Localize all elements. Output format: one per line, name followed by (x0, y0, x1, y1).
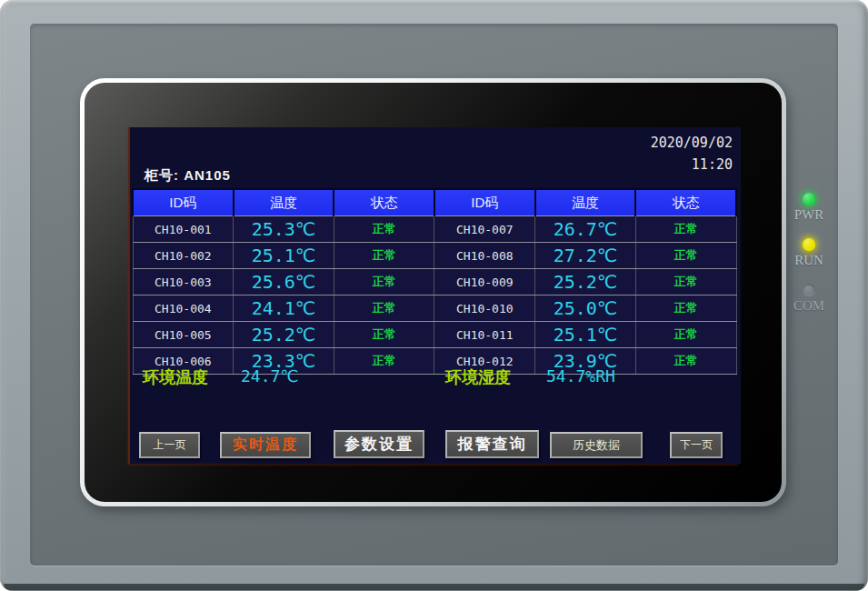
device-bottom-edge (4, 584, 864, 590)
temperature-value: 25.0℃ (535, 296, 636, 322)
pwr-led-label: PWR (782, 207, 836, 223)
column-header-status: 状态 (635, 189, 736, 216)
nav-button-history-data[interactable]: 历史数据 (550, 432, 643, 458)
temperature-value: 27.2℃ (535, 243, 636, 269)
screen-glass: 2020/09/02 11:20 柜号: AN105 ID码温度状态ID码温度状… (85, 83, 782, 502)
status-value: 正常 (334, 296, 434, 322)
date-text: 2020/09/02 (651, 132, 733, 154)
lcd-display: 2020/09/02 11:20 柜号: AN105 ID码温度状态ID码温度状… (130, 127, 741, 464)
time-text: 11:20 (651, 154, 733, 175)
temperature-value: 25.1℃ (234, 243, 334, 269)
table-row: CH10-00525.2℃正常CH10-01125.1℃正常 (133, 322, 736, 348)
pwr-led-light (803, 193, 815, 205)
channel-id: CH10-008 (434, 243, 535, 269)
status-value: 正常 (635, 243, 736, 269)
run-led-label: RUN (782, 253, 836, 268)
channel-id: CH10-009 (434, 269, 535, 296)
column-header-id: ID码 (434, 189, 535, 216)
channel-id: CH10-005 (133, 322, 234, 348)
nav-button-row: 上一页实时温度参数设置报警查询历史数据下一页 (130, 430, 741, 461)
table-row: CH10-00325.6℃正常CH10-00925.2℃正常 (133, 269, 736, 296)
channel-id: CH10-002 (133, 243, 234, 269)
nav-button-alarm-query[interactable]: 报警查询 (445, 430, 539, 458)
panel-face: 2020/09/02 11:20 柜号: AN105 ID码温度状态ID码温度状… (30, 24, 838, 566)
column-header-id: ID码 (133, 189, 234, 216)
channel-id: CH10-007 (434, 216, 535, 243)
ambient-humidity-label: 环境湿度 (445, 366, 511, 388)
nav-button-prev-page[interactable]: 上一页 (139, 432, 200, 458)
status-value: 正常 (334, 269, 434, 296)
temperature-value: 25.6℃ (234, 269, 334, 296)
led-unit-com: COM (782, 284, 836, 329)
status-value: 正常 (635, 216, 736, 243)
status-value: 正常 (334, 216, 434, 243)
ambient-temp-label: 环境温度 (143, 366, 208, 388)
table-header-row: ID码温度状态ID码温度状态 (133, 189, 736, 216)
channel-id: CH10-001 (133, 216, 234, 243)
temperature-value: 24.1℃ (234, 296, 334, 322)
table-row: CH10-00225.1℃正常CH10-00827.2℃正常 (133, 243, 736, 269)
status-value: 正常 (334, 243, 434, 269)
cabinet-label: 柜号: AN105 (145, 167, 231, 185)
status-value: 正常 (635, 269, 736, 296)
led-indicator-strip: PWRRUNCOM (782, 193, 836, 329)
temperature-value: 26.7℃ (535, 216, 636, 243)
com-led-light (803, 284, 815, 296)
temperature-value: 25.1℃ (535, 322, 636, 348)
ambient-temp-value: 24.7℃ (241, 366, 299, 386)
nav-button-param-settings[interactable]: 参数设置 (334, 430, 424, 458)
temperature-value: 25.2℃ (535, 269, 636, 296)
led-unit-run: RUN (782, 238, 836, 284)
hmi-panel-device: 2020/09/02 11:20 柜号: AN105 ID码温度状态ID码温度状… (0, 0, 868, 591)
led-unit-pwr: PWR (782, 193, 836, 238)
column-header-temp: 温度 (234, 189, 334, 216)
temperature-value: 25.2℃ (234, 322, 334, 348)
screen-bezel: 2020/09/02 11:20 柜号: AN105 ID码温度状态ID码温度状… (80, 78, 786, 506)
column-header-status: 状态 (334, 189, 434, 216)
ambient-humidity-value: 54.7%RH (546, 366, 615, 386)
table-row: CH10-00424.1℃正常CH10-01025.0℃正常 (133, 296, 736, 322)
status-value: 正常 (635, 296, 736, 322)
nav-button-realtime-temp[interactable]: 实时温度 (220, 432, 311, 458)
temperature-table: ID码温度状态ID码温度状态 CH10-00125.3℃正常CH10-00726… (132, 188, 737, 375)
column-header-temp: 温度 (535, 189, 636, 216)
temperature-value: 25.3℃ (234, 216, 334, 243)
status-value: 正常 (635, 322, 736, 348)
ambient-section: 环境温度 24.7℃ 环境湿度 54.7%RH (130, 366, 741, 392)
channel-id: CH10-010 (434, 296, 535, 322)
com-led-label: COM (782, 298, 836, 314)
run-led-light (803, 238, 815, 251)
status-value: 正常 (334, 322, 434, 348)
channel-id: CH10-003 (133, 269, 234, 296)
channel-id: CH10-004 (133, 296, 234, 322)
channel-id: CH10-011 (434, 322, 535, 348)
nav-button-next-page[interactable]: 下一页 (670, 432, 723, 458)
datetime-display: 2020/09/02 11:20 (651, 132, 733, 175)
table-row: CH10-00125.3℃正常CH10-00726.7℃正常 (133, 216, 736, 243)
